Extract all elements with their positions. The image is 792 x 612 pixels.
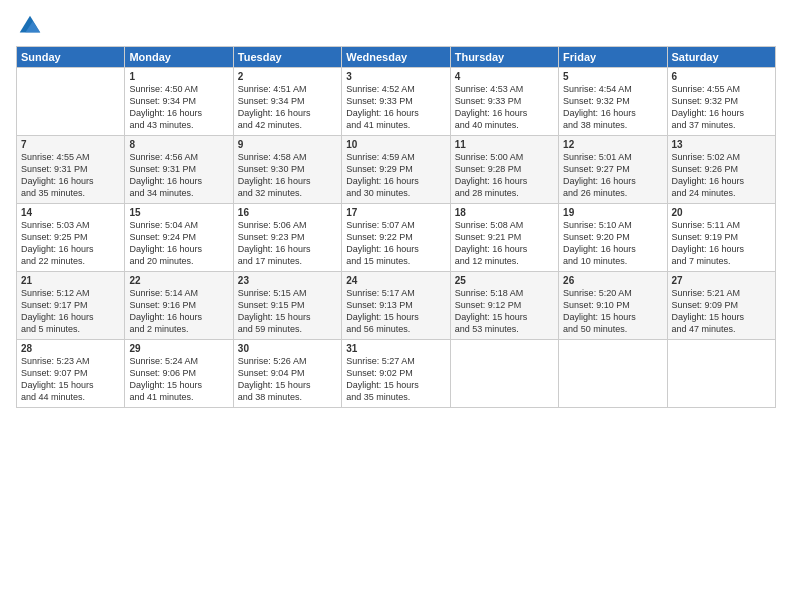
page: SundayMondayTuesdayWednesdayThursdayFrid… xyxy=(0,0,792,612)
day-number: 24 xyxy=(346,275,445,286)
cell-content: Sunrise: 4:50 AM Sunset: 9:34 PM Dayligh… xyxy=(129,83,228,132)
day-number: 26 xyxy=(563,275,662,286)
calendar-cell xyxy=(559,340,667,408)
header-day-monday: Monday xyxy=(125,47,233,68)
cell-content: Sunrise: 4:58 AM Sunset: 9:30 PM Dayligh… xyxy=(238,151,337,200)
cell-content: Sunrise: 4:51 AM Sunset: 9:34 PM Dayligh… xyxy=(238,83,337,132)
calendar-cell: 14Sunrise: 5:03 AM Sunset: 9:25 PM Dayli… xyxy=(17,204,125,272)
day-number: 3 xyxy=(346,71,445,82)
day-number: 21 xyxy=(21,275,120,286)
day-number: 12 xyxy=(563,139,662,150)
calendar-cell: 22Sunrise: 5:14 AM Sunset: 9:16 PM Dayli… xyxy=(125,272,233,340)
day-number: 4 xyxy=(455,71,554,82)
day-number: 6 xyxy=(672,71,771,82)
calendar-cell: 25Sunrise: 5:18 AM Sunset: 9:12 PM Dayli… xyxy=(450,272,558,340)
calendar-cell: 2Sunrise: 4:51 AM Sunset: 9:34 PM Daylig… xyxy=(233,68,341,136)
calendar-cell: 16Sunrise: 5:06 AM Sunset: 9:23 PM Dayli… xyxy=(233,204,341,272)
day-number: 31 xyxy=(346,343,445,354)
day-number: 14 xyxy=(21,207,120,218)
calendar-cell: 8Sunrise: 4:56 AM Sunset: 9:31 PM Daylig… xyxy=(125,136,233,204)
calendar-cell: 4Sunrise: 4:53 AM Sunset: 9:33 PM Daylig… xyxy=(450,68,558,136)
header-day-friday: Friday xyxy=(559,47,667,68)
day-number: 25 xyxy=(455,275,554,286)
day-number: 20 xyxy=(672,207,771,218)
cell-content: Sunrise: 5:17 AM Sunset: 9:13 PM Dayligh… xyxy=(346,287,445,336)
header-row: SundayMondayTuesdayWednesdayThursdayFrid… xyxy=(17,47,776,68)
cell-content: Sunrise: 5:07 AM Sunset: 9:22 PM Dayligh… xyxy=(346,219,445,268)
day-number: 11 xyxy=(455,139,554,150)
cell-content: Sunrise: 5:10 AM Sunset: 9:20 PM Dayligh… xyxy=(563,219,662,268)
cell-content: Sunrise: 5:18 AM Sunset: 9:12 PM Dayligh… xyxy=(455,287,554,336)
day-number: 17 xyxy=(346,207,445,218)
day-number: 27 xyxy=(672,275,771,286)
day-number: 13 xyxy=(672,139,771,150)
calendar-cell: 20Sunrise: 5:11 AM Sunset: 9:19 PM Dayli… xyxy=(667,204,775,272)
day-number: 1 xyxy=(129,71,228,82)
header-day-wednesday: Wednesday xyxy=(342,47,450,68)
cell-content: Sunrise: 5:27 AM Sunset: 9:02 PM Dayligh… xyxy=(346,355,445,404)
day-number: 15 xyxy=(129,207,228,218)
calendar-cell xyxy=(667,340,775,408)
day-number: 28 xyxy=(21,343,120,354)
week-row-0: 1Sunrise: 4:50 AM Sunset: 9:34 PM Daylig… xyxy=(17,68,776,136)
day-number: 7 xyxy=(21,139,120,150)
calendar-cell: 15Sunrise: 5:04 AM Sunset: 9:24 PM Dayli… xyxy=(125,204,233,272)
header xyxy=(16,12,776,40)
day-number: 5 xyxy=(563,71,662,82)
cell-content: Sunrise: 4:55 AM Sunset: 9:31 PM Dayligh… xyxy=(21,151,120,200)
week-row-1: 7Sunrise: 4:55 AM Sunset: 9:31 PM Daylig… xyxy=(17,136,776,204)
day-number: 2 xyxy=(238,71,337,82)
calendar-cell: 30Sunrise: 5:26 AM Sunset: 9:04 PM Dayli… xyxy=(233,340,341,408)
calendar-cell: 10Sunrise: 4:59 AM Sunset: 9:29 PM Dayli… xyxy=(342,136,450,204)
header-day-tuesday: Tuesday xyxy=(233,47,341,68)
calendar-cell: 24Sunrise: 5:17 AM Sunset: 9:13 PM Dayli… xyxy=(342,272,450,340)
calendar-cell: 7Sunrise: 4:55 AM Sunset: 9:31 PM Daylig… xyxy=(17,136,125,204)
cell-content: Sunrise: 5:01 AM Sunset: 9:27 PM Dayligh… xyxy=(563,151,662,200)
day-number: 9 xyxy=(238,139,337,150)
header-day-saturday: Saturday xyxy=(667,47,775,68)
cell-content: Sunrise: 5:03 AM Sunset: 9:25 PM Dayligh… xyxy=(21,219,120,268)
cell-content: Sunrise: 5:00 AM Sunset: 9:28 PM Dayligh… xyxy=(455,151,554,200)
cell-content: Sunrise: 4:59 AM Sunset: 9:29 PM Dayligh… xyxy=(346,151,445,200)
week-row-3: 21Sunrise: 5:12 AM Sunset: 9:17 PM Dayli… xyxy=(17,272,776,340)
cell-content: Sunrise: 4:55 AM Sunset: 9:32 PM Dayligh… xyxy=(672,83,771,132)
cell-content: Sunrise: 5:12 AM Sunset: 9:17 PM Dayligh… xyxy=(21,287,120,336)
calendar-table: SundayMondayTuesdayWednesdayThursdayFrid… xyxy=(16,46,776,408)
calendar-cell: 29Sunrise: 5:24 AM Sunset: 9:06 PM Dayli… xyxy=(125,340,233,408)
header-day-sunday: Sunday xyxy=(17,47,125,68)
cell-content: Sunrise: 5:15 AM Sunset: 9:15 PM Dayligh… xyxy=(238,287,337,336)
cell-content: Sunrise: 5:08 AM Sunset: 9:21 PM Dayligh… xyxy=(455,219,554,268)
day-number: 18 xyxy=(455,207,554,218)
week-row-4: 28Sunrise: 5:23 AM Sunset: 9:07 PM Dayli… xyxy=(17,340,776,408)
day-number: 8 xyxy=(129,139,228,150)
day-number: 22 xyxy=(129,275,228,286)
calendar-cell: 6Sunrise: 4:55 AM Sunset: 9:32 PM Daylig… xyxy=(667,68,775,136)
cell-content: Sunrise: 5:04 AM Sunset: 9:24 PM Dayligh… xyxy=(129,219,228,268)
calendar-cell: 28Sunrise: 5:23 AM Sunset: 9:07 PM Dayli… xyxy=(17,340,125,408)
header-day-thursday: Thursday xyxy=(450,47,558,68)
calendar-cell: 17Sunrise: 5:07 AM Sunset: 9:22 PM Dayli… xyxy=(342,204,450,272)
calendar-cell: 23Sunrise: 5:15 AM Sunset: 9:15 PM Dayli… xyxy=(233,272,341,340)
calendar-cell: 3Sunrise: 4:52 AM Sunset: 9:33 PM Daylig… xyxy=(342,68,450,136)
cell-content: Sunrise: 4:54 AM Sunset: 9:32 PM Dayligh… xyxy=(563,83,662,132)
week-row-2: 14Sunrise: 5:03 AM Sunset: 9:25 PM Dayli… xyxy=(17,204,776,272)
calendar-cell: 18Sunrise: 5:08 AM Sunset: 9:21 PM Dayli… xyxy=(450,204,558,272)
cell-content: Sunrise: 5:11 AM Sunset: 9:19 PM Dayligh… xyxy=(672,219,771,268)
cell-content: Sunrise: 5:24 AM Sunset: 9:06 PM Dayligh… xyxy=(129,355,228,404)
cell-content: Sunrise: 5:23 AM Sunset: 9:07 PM Dayligh… xyxy=(21,355,120,404)
calendar-cell: 13Sunrise: 5:02 AM Sunset: 9:26 PM Dayli… xyxy=(667,136,775,204)
cell-content: Sunrise: 5:06 AM Sunset: 9:23 PM Dayligh… xyxy=(238,219,337,268)
calendar-cell: 21Sunrise: 5:12 AM Sunset: 9:17 PM Dayli… xyxy=(17,272,125,340)
day-number: 29 xyxy=(129,343,228,354)
day-number: 16 xyxy=(238,207,337,218)
calendar-cell: 27Sunrise: 5:21 AM Sunset: 9:09 PM Dayli… xyxy=(667,272,775,340)
calendar-cell: 5Sunrise: 4:54 AM Sunset: 9:32 PM Daylig… xyxy=(559,68,667,136)
calendar-cell xyxy=(450,340,558,408)
day-number: 23 xyxy=(238,275,337,286)
calendar-cell: 11Sunrise: 5:00 AM Sunset: 9:28 PM Dayli… xyxy=(450,136,558,204)
calendar-cell: 31Sunrise: 5:27 AM Sunset: 9:02 PM Dayli… xyxy=(342,340,450,408)
calendar-cell: 26Sunrise: 5:20 AM Sunset: 9:10 PM Dayli… xyxy=(559,272,667,340)
calendar-cell xyxy=(17,68,125,136)
cell-content: Sunrise: 4:52 AM Sunset: 9:33 PM Dayligh… xyxy=(346,83,445,132)
logo xyxy=(16,12,48,40)
